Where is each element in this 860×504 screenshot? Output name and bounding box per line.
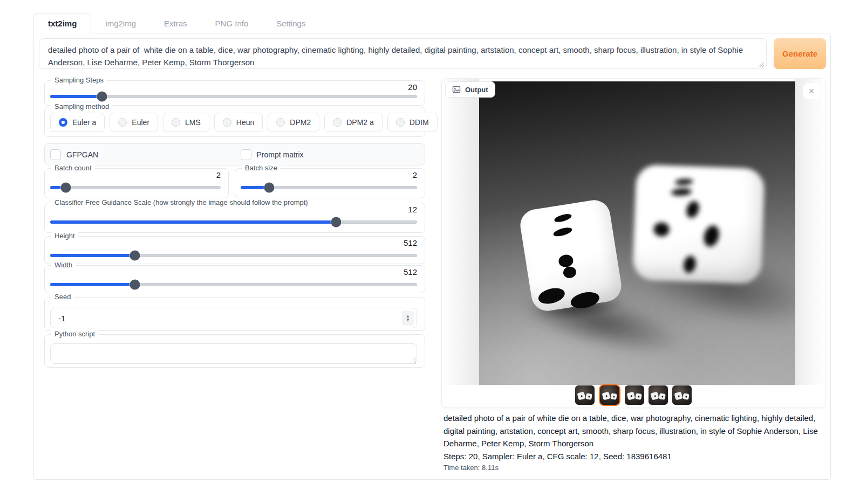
batch-count-slider-handle[interactable] [61, 183, 71, 193]
output-time-taken: Time taken: 8.11s [443, 464, 821, 472]
thumbnail-die [682, 393, 690, 400]
radio-option-euler-a[interactable]: Euler a [50, 113, 105, 132]
tab-settings[interactable]: Settings [262, 13, 319, 33]
tab-png-info[interactable]: PNG Info [201, 13, 263, 33]
radio-unselected-icon [333, 118, 342, 127]
prompt-matrix-checkbox[interactable] [241, 149, 251, 160]
tab-img2img[interactable]: img2img [91, 13, 150, 33]
python-script-label: Python script [51, 330, 98, 338]
batch-size-slider[interactable] [241, 186, 417, 189]
seed-stepper[interactable]: ▲ ▼ [402, 310, 414, 326]
sampling-steps-slider-handle[interactable] [97, 92, 107, 102]
output-thumbnail-1[interactable] [575, 385, 595, 405]
tab-extras[interactable]: Extras [150, 13, 201, 33]
seed-input[interactable] [50, 308, 417, 328]
thumbnail-die [674, 392, 683, 401]
radio-option-dpm2-a[interactable]: DPM2 a [324, 113, 383, 132]
radio-option-dpm2[interactable]: DPM2 [268, 113, 319, 132]
output-thumbnail-2-selected[interactable] [599, 384, 620, 406]
generate-button[interactable]: Generate [774, 38, 826, 69]
python-script-group: Python script [44, 334, 425, 368]
batch-size-label: Batch size [242, 164, 281, 172]
radio-selected-icon [59, 118, 67, 127]
output-right-gutter [795, 79, 824, 385]
prompt-matrix-option[interactable]: Prompt matrix [235, 144, 425, 165]
cfg-scale-value: 12 [408, 205, 417, 214]
close-output-button[interactable]: × [803, 83, 820, 99]
tab-bar: txt2imgimg2imgExtrasPNG InfoSettings [33, 13, 319, 33]
thumbnail-die [602, 392, 611, 401]
die-left [518, 198, 624, 313]
width-slider-handle[interactable] [129, 280, 140, 290]
output-panel: Output × [441, 78, 825, 408]
prompt-input[interactable]: detailed photo of a pair of white die on… [39, 38, 767, 69]
stepper-down-icon[interactable]: ▼ [406, 318, 410, 322]
width-group: Width 512 [44, 265, 425, 293]
output-thumbnail-5[interactable] [672, 385, 692, 405]
radio-option-label: DDIM [409, 118, 429, 127]
output-label: Output [465, 86, 488, 94]
radio-unselected-icon [172, 118, 180, 127]
sampling-steps-group: Sampling Steps 20 [44, 80, 425, 106]
thumbnail-die [659, 393, 666, 400]
sampling-method-label: Sampling method [51, 102, 112, 111]
output-image[interactable] [479, 81, 795, 385]
sampling-method-group: Sampling method Euler aEulerLMSHeunDPM2D… [44, 107, 425, 137]
sampling-steps-label: Sampling Steps [51, 76, 107, 84]
cfg-scale-slider-handle[interactable] [331, 217, 341, 227]
cfg-scale-label: Classifier Free Guidance Scale (how stro… [51, 198, 311, 206]
tab-txt2img[interactable]: txt2img [33, 13, 91, 34]
radio-option-label: Heun [236, 118, 254, 127]
thumbnail-die [651, 392, 659, 401]
output-thumbnail-gallery [442, 383, 825, 407]
radio-unselected-icon [396, 118, 405, 127]
height-slider-handle[interactable] [129, 251, 140, 261]
radio-option-ddim[interactable]: DDIM [387, 113, 438, 132]
python-script-input[interactable] [50, 343, 417, 364]
height-group: Height 512 [44, 236, 425, 264]
gfpgan-label: GFPGAN [66, 150, 98, 159]
radio-option-label: Euler a [72, 118, 96, 127]
height-value: 512 [404, 238, 417, 247]
radio-option-lms[interactable]: LMS [163, 113, 209, 132]
thumbnail-die [635, 393, 642, 400]
output-left-gutter [442, 79, 479, 385]
sampling-steps-slider[interactable] [50, 95, 417, 98]
width-value: 512 [404, 267, 417, 277]
sampling-method-options: Euler aEulerLMSHeunDPM2DPM2 aDDIMPLMS [50, 113, 494, 132]
height-slider[interactable] [50, 254, 417, 257]
radio-unselected-icon [223, 118, 231, 127]
cfg-scale-group: Classifier Free Guidance Scale (how stro… [44, 203, 425, 233]
output-header: Output [445, 81, 495, 98]
thumbnail-die [610, 393, 617, 400]
radio-option-euler[interactable]: Euler [110, 113, 158, 132]
batch-count-slider[interactable] [50, 186, 221, 189]
output-thumbnail-4[interactable] [649, 385, 668, 405]
batch-size-group: Batch size 2 [235, 168, 425, 198]
radio-option-heun[interactable]: Heun [214, 113, 263, 132]
sampling-steps-value: 20 [408, 82, 417, 92]
batch-count-value: 2 [216, 170, 221, 179]
width-slider[interactable] [50, 283, 417, 286]
thumbnail-die [585, 393, 592, 400]
batch-size-slider-handle[interactable] [264, 183, 275, 193]
gfpgan-checkbox[interactable] [50, 149, 61, 160]
batch-size-value: 2 [413, 170, 417, 179]
seed-group: Seed ▲ ▼ [44, 297, 425, 331]
radio-unselected-icon [276, 118, 285, 127]
cfg-scale-slider[interactable] [50, 220, 417, 224]
radio-unselected-icon [118, 118, 127, 127]
width-label: Width [51, 261, 76, 269]
output-thumbnail-3[interactable] [625, 385, 644, 405]
app-root: txt2imgimg2imgExtrasPNG InfoSettings det… [0, 0, 860, 504]
gfpgan-option[interactable]: GFPGAN [45, 144, 235, 165]
options-panel: GFPGAN Prompt matrix [44, 143, 425, 165]
batch-count-group: Batch count 2 [44, 168, 229, 198]
output-caption-block: detailed photo of a pair of white die on… [443, 412, 821, 472]
seed-label: Seed [51, 293, 74, 301]
height-label: Height [51, 232, 78, 240]
radio-option-label: Euler [132, 118, 149, 127]
thumbnail-die [627, 392, 636, 401]
output-generation-params: Steps: 20, Sampler: Euler a, CFG scale: … [443, 450, 821, 463]
output-prompt-text: detailed photo of a pair of white die on… [443, 412, 821, 450]
